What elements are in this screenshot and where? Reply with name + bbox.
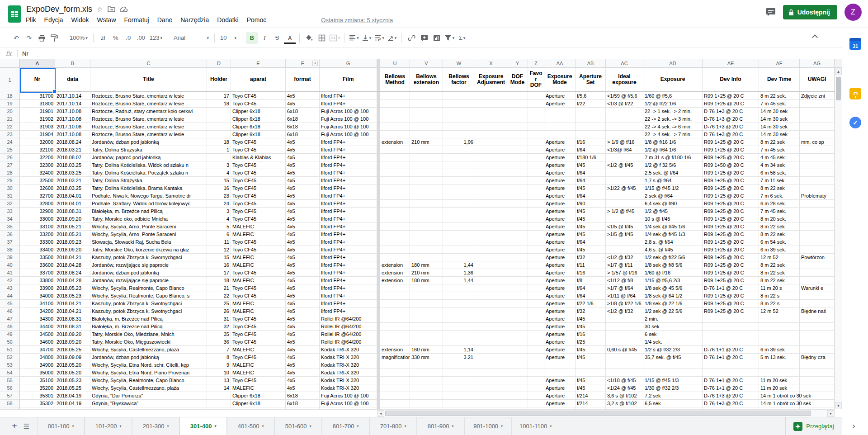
- cloud-saved-icon[interactable]: [120, 6, 128, 12]
- cell[interactable]: [475, 231, 507, 238]
- cell[interactable]: [475, 269, 507, 277]
- cell[interactable]: [800, 108, 835, 115]
- cell[interactable]: 7,2 sek: [643, 392, 703, 400]
- borders-button[interactable]: [316, 32, 328, 44]
- keep-icon[interactable]: [849, 88, 861, 99]
- cell[interactable]: 33400: [20, 246, 55, 254]
- cell[interactable]: > 1/57 @ f/16: [606, 269, 643, 277]
- cell[interactable]: [380, 323, 410, 331]
- cell[interactable]: Toyo CF45: [231, 338, 286, 346]
- cell[interactable]: 3,2 s @ f/102: [606, 400, 643, 407]
- cell[interactable]: 2018.09.20: [55, 338, 90, 346]
- row-header[interactable]: 54: [0, 369, 20, 377]
- cell[interactable]: 6: [207, 231, 231, 238]
- cell[interactable]: 6x18: [286, 400, 320, 407]
- cell[interactable]: [800, 169, 835, 177]
- cell[interactable]: Aperture: [544, 261, 576, 269]
- redo-button[interactable]: ↷: [23, 32, 35, 44]
- cell[interactable]: Ilford FP4+: [320, 154, 377, 161]
- cell[interactable]: [380, 400, 410, 407]
- row-header[interactable]: 37: [0, 238, 20, 246]
- cell[interactable]: D-76 1+3 @ 20 C: [703, 115, 759, 123]
- cell[interactable]: [507, 138, 528, 146]
- cell[interactable]: mm, co sp: [800, 138, 835, 146]
- cell[interactable]: 1/4 sek.: [643, 338, 703, 346]
- cell[interactable]: [528, 261, 544, 269]
- cell[interactable]: [507, 315, 528, 323]
- cell[interactable]: Gdynia, "Błyskawica": [90, 400, 207, 407]
- cell[interactable]: 3,6 s @ f/102: [606, 392, 643, 400]
- cell[interactable]: [443, 300, 475, 307]
- cell[interactable]: 4: [207, 169, 231, 177]
- cell[interactable]: 6x18: [286, 392, 320, 400]
- cell[interactable]: [800, 261, 835, 269]
- cell[interactable]: Słowacja, Słowacki Raj, Sucha Bela: [90, 238, 207, 246]
- cell[interactable]: 14 m 30 sek: [759, 108, 800, 115]
- cell[interactable]: Kaszuby, potok Zbrzyca k. Swornychgaci: [90, 254, 207, 261]
- cell[interactable]: [410, 177, 443, 184]
- cell[interactable]: 32000: [20, 138, 55, 146]
- cell[interactable]: 2018.09.20: [55, 215, 90, 223]
- cell[interactable]: [507, 146, 528, 154]
- cell[interactable]: 32700: [20, 192, 55, 200]
- cell[interactable]: 2019.09.09: [55, 354, 90, 361]
- cell[interactable]: 2018.08.07: [55, 154, 90, 161]
- cell[interactable]: 2018.04.28: [55, 261, 90, 269]
- paint-format-button[interactable]: [48, 32, 60, 44]
- cell[interactable]: [507, 231, 528, 238]
- cell[interactable]: [380, 369, 410, 377]
- cell[interactable]: Roztocze, Brusno Stare, cmentarz w lesie: [90, 123, 207, 131]
- row-header[interactable]: 21: [0, 115, 20, 123]
- cell[interactable]: 2018.04.19: [55, 400, 90, 407]
- cell[interactable]: [380, 115, 410, 123]
- cell[interactable]: [606, 246, 643, 254]
- cell[interactable]: Zdjęcie zni: [800, 92, 835, 100]
- cell[interactable]: Toyo CF45: [231, 200, 286, 208]
- cell[interactable]: f/214: [576, 392, 606, 400]
- cell[interactable]: 34400: [20, 323, 55, 331]
- cell[interactable]: 4x5: [286, 184, 320, 192]
- cell[interactable]: Toyo CF45: [231, 238, 286, 246]
- cell[interactable]: [606, 108, 643, 115]
- cell[interactable]: D-76 1+3 @ 20 C: [703, 131, 759, 138]
- cell[interactable]: [380, 231, 410, 238]
- cell[interactable]: [475, 215, 507, 223]
- cell[interactable]: Rollei IR @64/200: [320, 331, 377, 338]
- cell[interactable]: 33600: [20, 261, 55, 269]
- cell[interactable]: Włochy, Sycylia, Realmonte, Capo Blanco,…: [90, 292, 207, 300]
- cell[interactable]: [643, 369, 703, 377]
- cell[interactable]: [528, 115, 544, 123]
- cell[interactable]: [800, 315, 835, 323]
- cell[interactable]: [410, 300, 443, 307]
- cell[interactable]: [606, 192, 643, 200]
- cell[interactable]: [410, 184, 443, 192]
- cell[interactable]: >1/7 @ f/11: [606, 261, 643, 269]
- cell[interactable]: f/64: [576, 192, 606, 200]
- vertical-scrollbar-thumb[interactable]: [836, 77, 841, 100]
- cell[interactable]: R09 1+50 @ 20 C: [703, 161, 759, 169]
- cell[interactable]: Toyo CF45: [231, 292, 286, 300]
- cell[interactable]: Aperture: [544, 284, 576, 292]
- column-header-U[interactable]: U: [380, 59, 410, 68]
- cell[interactable]: [410, 238, 443, 246]
- cell[interactable]: [410, 223, 443, 231]
- row-header[interactable]: 26: [0, 154, 20, 161]
- cell[interactable]: [475, 346, 507, 354]
- cell[interactable]: f/64: [576, 292, 606, 300]
- corner-cell[interactable]: [0, 59, 20, 68]
- cell[interactable]: 33800: [20, 277, 55, 284]
- cell[interactable]: [443, 369, 475, 377]
- cell[interactable]: f/45: [576, 354, 606, 361]
- header-cell-B[interactable]: data: [55, 68, 90, 91]
- cell[interactable]: Ilford FP4+: [320, 146, 377, 154]
- cell[interactable]: D-76 1+3 @ 20 C: [703, 392, 759, 400]
- cell[interactable]: 35302: [20, 400, 55, 407]
- all-sheets-button[interactable]: ☰: [24, 422, 29, 430]
- cell[interactable]: [528, 292, 544, 300]
- cell[interactable]: [410, 215, 443, 223]
- cell[interactable]: [528, 131, 544, 138]
- cell[interactable]: Kodak TRI-X 320: [320, 377, 377, 384]
- cell[interactable]: R09 1+25 @ 20 C: [703, 146, 759, 154]
- cell[interactable]: <1/3@ f/64: [606, 146, 643, 154]
- cell[interactable]: Ilford FP4+: [320, 184, 377, 192]
